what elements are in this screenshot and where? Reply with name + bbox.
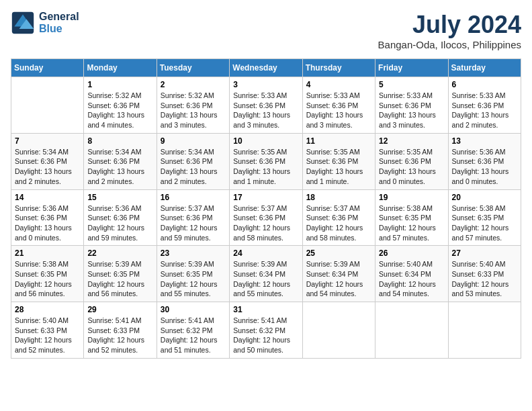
header-cell-sunday: Sunday xyxy=(11,59,84,77)
day-number: 9 xyxy=(161,136,226,146)
day-number: 25 xyxy=(306,248,371,258)
week-row-4: 21Sunrise: 5:38 AMSunset: 6:35 PMDayligh… xyxy=(11,246,521,302)
calendar-cell: 6Sunrise: 5:33 AMSunset: 6:36 PMDaylight… xyxy=(448,77,521,134)
week-row-1: 1Sunrise: 5:32 AMSunset: 6:36 PMDaylight… xyxy=(11,77,521,134)
calendar-cell: 16Sunrise: 5:37 AMSunset: 6:36 PMDayligh… xyxy=(157,189,229,246)
day-number: 5 xyxy=(379,80,444,89)
logo-icon xyxy=(11,11,35,35)
day-number: 21 xyxy=(15,248,80,258)
day-info: Sunrise: 5:33 AMSunset: 6:36 PMDaylight:… xyxy=(233,91,298,130)
day-number: 2 xyxy=(161,80,226,89)
day-number: 6 xyxy=(452,80,517,89)
day-info: Sunrise: 5:38 AMSunset: 6:35 PMDaylight:… xyxy=(15,259,80,299)
calendar-cell: 7Sunrise: 5:34 AMSunset: 6:36 PMDaylight… xyxy=(11,133,84,189)
day-info: Sunrise: 5:32 AMSunset: 6:36 PMDaylight:… xyxy=(161,91,226,130)
day-number: 27 xyxy=(452,248,517,258)
day-number: 30 xyxy=(161,305,226,314)
logo: General Blue xyxy=(11,11,79,35)
title-block: July 2024 Bangan-Oda, Ilocos, Philippine… xyxy=(378,11,521,50)
calendar-cell xyxy=(375,302,448,359)
header-cell-saturday: Saturday xyxy=(448,59,521,77)
calendar-cell: 11Sunrise: 5:35 AMSunset: 6:36 PMDayligh… xyxy=(302,133,375,189)
calendar-cell: 20Sunrise: 5:38 AMSunset: 6:35 PMDayligh… xyxy=(448,189,521,246)
calendar-cell: 21Sunrise: 5:38 AMSunset: 6:35 PMDayligh… xyxy=(11,246,84,302)
calendar-body: 1Sunrise: 5:32 AMSunset: 6:36 PMDaylight… xyxy=(11,77,521,359)
day-info: Sunrise: 5:35 AMSunset: 6:36 PMDaylight:… xyxy=(306,147,371,187)
day-info: Sunrise: 5:35 AMSunset: 6:36 PMDaylight:… xyxy=(233,147,298,187)
week-row-2: 7Sunrise: 5:34 AMSunset: 6:36 PMDaylight… xyxy=(11,133,521,189)
day-number: 20 xyxy=(452,193,517,202)
day-info: Sunrise: 5:34 AMSunset: 6:36 PMDaylight:… xyxy=(15,147,80,187)
calendar-cell: 9Sunrise: 5:34 AMSunset: 6:36 PMDaylight… xyxy=(157,133,229,189)
day-number: 3 xyxy=(233,80,298,89)
calendar-cell: 27Sunrise: 5:40 AMSunset: 6:33 PMDayligh… xyxy=(448,246,521,302)
day-number: 10 xyxy=(233,136,298,146)
calendar-table: SundayMondayTuesdayWednesdayThursdayFrid… xyxy=(11,58,521,359)
calendar-cell: 8Sunrise: 5:34 AMSunset: 6:36 PMDaylight… xyxy=(84,133,157,189)
day-number: 11 xyxy=(306,136,371,146)
calendar-cell: 10Sunrise: 5:35 AMSunset: 6:36 PMDayligh… xyxy=(230,133,302,189)
calendar-cell: 13Sunrise: 5:36 AMSunset: 6:36 PMDayligh… xyxy=(448,133,521,189)
header-cell-monday: Monday xyxy=(84,59,157,77)
header-row: SundayMondayTuesdayWednesdayThursdayFrid… xyxy=(11,59,521,77)
location: Bangan-Oda, Ilocos, Philippines xyxy=(378,39,521,50)
day-info: Sunrise: 5:41 AMSunset: 6:32 PMDaylight:… xyxy=(233,316,298,355)
day-number: 15 xyxy=(87,193,152,202)
calendar-cell: 4Sunrise: 5:33 AMSunset: 6:36 PMDaylight… xyxy=(302,77,375,134)
day-number: 4 xyxy=(306,80,371,89)
day-number: 13 xyxy=(452,136,517,146)
day-info: Sunrise: 5:41 AMSunset: 6:33 PMDaylight:… xyxy=(87,316,152,355)
calendar-cell: 15Sunrise: 5:36 AMSunset: 6:36 PMDayligh… xyxy=(84,189,157,246)
day-info: Sunrise: 5:37 AMSunset: 6:36 PMDaylight:… xyxy=(161,203,226,243)
day-info: Sunrise: 5:41 AMSunset: 6:32 PMDaylight:… xyxy=(161,316,226,355)
day-info: Sunrise: 5:32 AMSunset: 6:36 PMDaylight:… xyxy=(87,91,152,130)
day-number: 16 xyxy=(161,193,226,202)
day-info: Sunrise: 5:36 AMSunset: 6:36 PMDaylight:… xyxy=(87,203,152,243)
calendar-cell: 5Sunrise: 5:33 AMSunset: 6:36 PMDaylight… xyxy=(375,77,448,134)
calendar-cell: 29Sunrise: 5:41 AMSunset: 6:33 PMDayligh… xyxy=(84,302,157,359)
calendar-cell: 26Sunrise: 5:40 AMSunset: 6:34 PMDayligh… xyxy=(375,246,448,302)
calendar-cell: 22Sunrise: 5:39 AMSunset: 6:35 PMDayligh… xyxy=(84,246,157,302)
day-info: Sunrise: 5:39 AMSunset: 6:35 PMDaylight:… xyxy=(161,259,226,299)
calendar-cell: 19Sunrise: 5:38 AMSunset: 6:35 PMDayligh… xyxy=(375,189,448,246)
day-number: 23 xyxy=(161,248,226,258)
day-number: 18 xyxy=(306,193,371,202)
calendar-cell: 24Sunrise: 5:39 AMSunset: 6:34 PMDayligh… xyxy=(230,246,302,302)
day-info: Sunrise: 5:38 AMSunset: 6:35 PMDaylight:… xyxy=(379,203,444,243)
day-number: 22 xyxy=(87,248,152,258)
calendar-cell: 30Sunrise: 5:41 AMSunset: 6:32 PMDayligh… xyxy=(157,302,229,359)
day-number: 1 xyxy=(87,80,152,89)
day-info: Sunrise: 5:40 AMSunset: 6:34 PMDaylight:… xyxy=(379,259,444,299)
header-cell-friday: Friday xyxy=(375,59,448,77)
calendar-cell: 25Sunrise: 5:39 AMSunset: 6:34 PMDayligh… xyxy=(302,246,375,302)
week-row-3: 14Sunrise: 5:36 AMSunset: 6:36 PMDayligh… xyxy=(11,189,521,246)
calendar-cell xyxy=(448,302,521,359)
day-info: Sunrise: 5:33 AMSunset: 6:36 PMDaylight:… xyxy=(452,91,517,130)
header-cell-tuesday: Tuesday xyxy=(157,59,229,77)
calendar-cell: 23Sunrise: 5:39 AMSunset: 6:35 PMDayligh… xyxy=(157,246,229,302)
calendar-cell: 12Sunrise: 5:35 AMSunset: 6:36 PMDayligh… xyxy=(375,133,448,189)
calendar-cell: 18Sunrise: 5:37 AMSunset: 6:36 PMDayligh… xyxy=(302,189,375,246)
day-info: Sunrise: 5:36 AMSunset: 6:36 PMDaylight:… xyxy=(15,203,80,243)
header-cell-wednesday: Wednesday xyxy=(230,59,302,77)
day-info: Sunrise: 5:40 AMSunset: 6:33 PMDaylight:… xyxy=(452,259,517,299)
month-title: July 2024 xyxy=(378,11,521,39)
day-info: Sunrise: 5:39 AMSunset: 6:34 PMDaylight:… xyxy=(306,259,371,299)
calendar-cell: 2Sunrise: 5:32 AMSunset: 6:36 PMDaylight… xyxy=(157,77,229,134)
day-number: 17 xyxy=(233,193,298,202)
day-info: Sunrise: 5:38 AMSunset: 6:35 PMDaylight:… xyxy=(452,203,517,243)
day-info: Sunrise: 5:40 AMSunset: 6:33 PMDaylight:… xyxy=(15,316,80,355)
day-info: Sunrise: 5:39 AMSunset: 6:35 PMDaylight:… xyxy=(87,259,152,299)
calendar-header: SundayMondayTuesdayWednesdayThursdayFrid… xyxy=(11,59,521,77)
calendar-cell: 28Sunrise: 5:40 AMSunset: 6:33 PMDayligh… xyxy=(11,302,84,359)
day-info: Sunrise: 5:36 AMSunset: 6:36 PMDaylight:… xyxy=(452,147,517,187)
page-header: General Blue July 2024 Bangan-Oda, Iloco… xyxy=(11,11,521,50)
calendar-cell xyxy=(302,302,375,359)
logo-text: General Blue xyxy=(39,11,79,35)
calendar-cell: 31Sunrise: 5:41 AMSunset: 6:32 PMDayligh… xyxy=(230,302,302,359)
day-number: 8 xyxy=(87,136,152,146)
calendar-cell: 1Sunrise: 5:32 AMSunset: 6:36 PMDaylight… xyxy=(84,77,157,134)
day-number: 24 xyxy=(233,248,298,258)
day-info: Sunrise: 5:39 AMSunset: 6:34 PMDaylight:… xyxy=(233,259,298,299)
day-info: Sunrise: 5:35 AMSunset: 6:36 PMDaylight:… xyxy=(379,147,444,187)
